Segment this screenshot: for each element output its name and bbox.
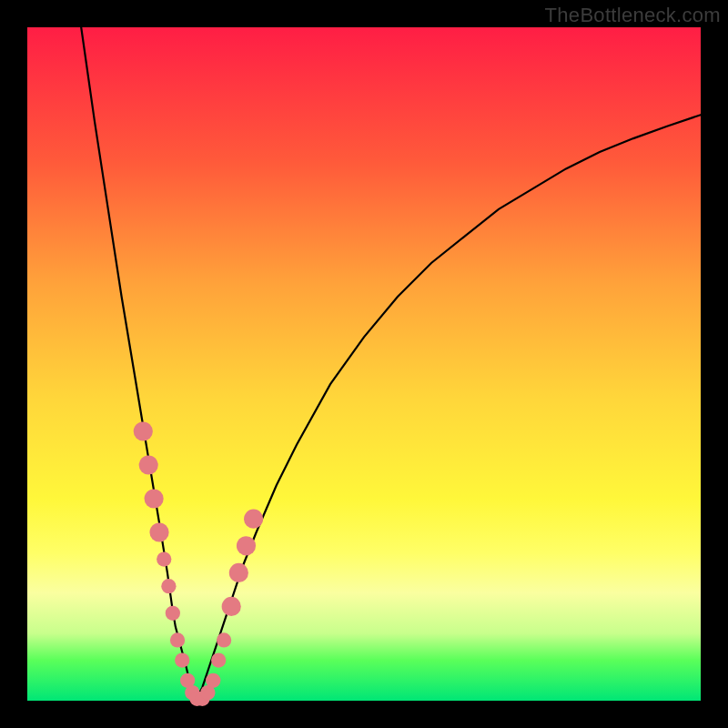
- marker-dot: [134, 421, 153, 440]
- curve-left: [81, 27, 196, 701]
- marker-dot: [211, 652, 226, 667]
- marker-dot: [229, 563, 248, 582]
- chart-frame: TheBottleneck.com: [0, 0, 728, 728]
- marker-dot: [217, 632, 231, 647]
- marker-dot: [145, 489, 164, 508]
- marker-dot: [139, 455, 158, 474]
- marker-dot: [170, 632, 185, 647]
- curve-right: [196, 115, 701, 701]
- marker-dot: [237, 536, 256, 555]
- marker-dot: [175, 652, 189, 667]
- marker-dot: [166, 606, 180, 621]
- watermark-text: TheBottleneck.com: [545, 4, 721, 27]
- marker-dot: [206, 673, 220, 688]
- marker-dot: [161, 579, 176, 593]
- marker-dot: [149, 522, 168, 541]
- curve-layer: [27, 27, 701, 701]
- plot-area: [27, 27, 701, 701]
- marker-dot: [244, 510, 263, 529]
- marker-dot: [157, 551, 171, 566]
- marker-dot: [222, 597, 241, 616]
